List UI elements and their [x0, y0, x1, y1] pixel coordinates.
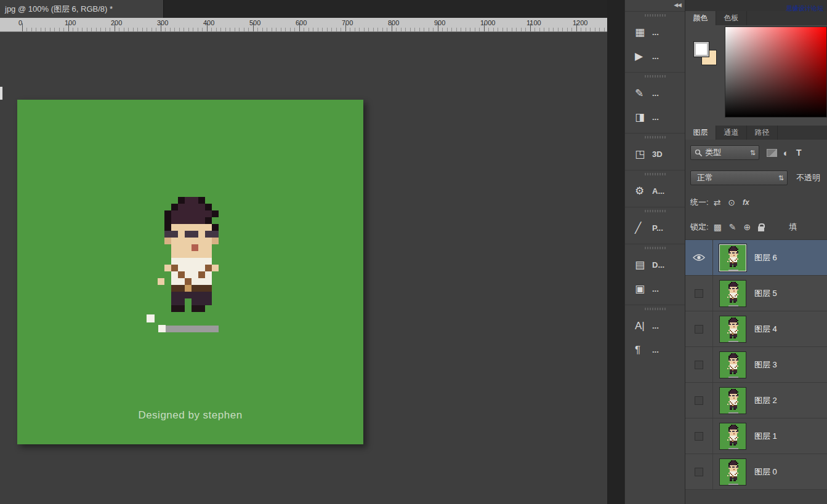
- adjustment-layer-filter-icon[interactable]: ◐: [783, 148, 789, 158]
- foreground-color-swatch[interactable]: [693, 41, 709, 57]
- panel-button-label: A...: [652, 186, 664, 196]
- visibility-toggle[interactable]: [685, 311, 713, 346]
- tab-色板[interactable]: 色板: [716, 11, 747, 25]
- unify-row: 统一: ⇄ ⊙ fx: [685, 190, 827, 215]
- layer-thumbnail[interactable]: [719, 423, 746, 450]
- tab-通道[interactable]: 通道: [716, 126, 747, 140]
- actions-icon: ▶: [635, 50, 652, 63]
- histogram-icon: ▦: [635, 26, 652, 39]
- panel-button-label: ...: [652, 345, 659, 354]
- image-canvas[interactable]: Designed by stephen: [17, 100, 363, 444]
- layer-name: 图层 5: [754, 288, 777, 299]
- lock-move-icon[interactable]: ⊕: [744, 222, 751, 232]
- collapsed-panels-strip: ◀◀ ▦...▶...✎...◨...◳3D⚙A...╱P...▤D...▣..…: [624, 0, 685, 504]
- layer-thumbnail[interactable]: [719, 458, 746, 486]
- visibility-toggle[interactable]: [685, 276, 713, 311]
- visibility-eye-icon[interactable]: [685, 240, 713, 275]
- type-layer-filter-icon[interactable]: T: [796, 148, 802, 158]
- layer-name: 图层 2: [754, 395, 777, 406]
- clone-icon: ◨: [635, 111, 652, 124]
- unify-visibility-icon[interactable]: ⊙: [728, 198, 735, 207]
- ruler-label: 900: [434, 19, 445, 26]
- unify-position-icon[interactable]: ⇄: [714, 198, 721, 207]
- panel-button-adjust[interactable]: ⚙A...: [625, 179, 685, 203]
- panel-group-grip[interactable]: [645, 210, 666, 212]
- layer-row[interactable]: 图层 3: [685, 347, 827, 383]
- panel-button-character[interactable]: A|...: [625, 314, 685, 338]
- panel-button-comps[interactable]: ▣...: [625, 277, 685, 301]
- layer-row[interactable]: 图层 2: [685, 383, 827, 418]
- pixel-layer-filter-icon[interactable]: [767, 149, 777, 157]
- adjust-icon: ⚙: [635, 185, 652, 198]
- layer-row[interactable]: 图层 5: [685, 276, 827, 311]
- layer-thumbnail[interactable]: [719, 387, 746, 414]
- layer-thumbnail[interactable]: [719, 316, 746, 343]
- layer-row[interactable]: 图层 0: [685, 454, 827, 490]
- layer-name: 图层 3: [754, 359, 777, 370]
- panel-button-label: D...: [652, 260, 664, 270]
- tab-路径[interactable]: 路径: [747, 126, 778, 140]
- panel-group-grip[interactable]: [645, 247, 666, 249]
- layer-name: 图层 1: [754, 431, 777, 442]
- lock-transparency-icon[interactable]: ▩: [714, 222, 722, 232]
- lock-paint-icon[interactable]: ✎: [729, 222, 736, 232]
- visibility-toggle[interactable]: [685, 347, 713, 382]
- unify-label: 统一:: [690, 197, 709, 208]
- layers-panel-tabs: 图层通道路径: [685, 126, 827, 140]
- ruler-label: 100: [65, 19, 76, 26]
- layer-row[interactable]: 图层 4: [685, 311, 827, 347]
- layer-thumbnail[interactable]: [719, 280, 746, 307]
- ruler-position-marker: [0, 87, 2, 100]
- ruler-label: 1000: [480, 19, 495, 26]
- pixel-character: [158, 197, 225, 332]
- ruler[interactable]: 0100200300400500600700800900100011001200: [0, 18, 607, 32]
- panel-button-3d[interactable]: ◳3D: [625, 142, 685, 166]
- opacity-label: 不透明: [796, 172, 820, 183]
- panel-button-paths[interactable]: ╱P...: [625, 216, 685, 240]
- paragraph-icon: ¶: [635, 344, 652, 356]
- panel-button-clone[interactable]: ◨...: [625, 105, 685, 129]
- layer-row[interactable]: 图层 6: [685, 240, 827, 276]
- visibility-toggle[interactable]: [685, 383, 713, 418]
- panel-group-grip[interactable]: [645, 14, 666, 17]
- panel-group-grip[interactable]: [645, 173, 666, 175]
- layer-name: 图层 6: [754, 252, 777, 263]
- blend-mode-value: 正常: [695, 172, 778, 183]
- filter-type-label: 类型: [703, 147, 750, 158]
- panel-group-grip[interactable]: [645, 136, 666, 138]
- ruler-label: 500: [249, 19, 260, 26]
- lock-all-icon[interactable]: [758, 226, 764, 231]
- comps-icon: ▣: [635, 282, 652, 295]
- layer-row[interactable]: 图层 1: [685, 418, 827, 454]
- blend-mode-row: 正常 ⇅ 不透明: [685, 166, 827, 190]
- panel-button-duplicate[interactable]: ▤D...: [625, 253, 685, 277]
- layer-filter-dropdown[interactable]: 类型 ⇅: [690, 145, 759, 160]
- panel-group-grip[interactable]: [645, 75, 666, 78]
- layer-thumbnail[interactable]: [719, 244, 746, 271]
- tool-strip-groups: ▦...▶...✎...◨...◳3D⚙A...╱P...▤D...▣...A|…: [625, 11, 685, 366]
- visibility-toggle[interactable]: [685, 418, 713, 454]
- ruler-label: 400: [203, 19, 214, 26]
- photoshop-window: jpg @ 100% (图层 6, RGB/8) * 0100200300400…: [0, 0, 827, 504]
- panel-group-grip[interactable]: [645, 308, 666, 310]
- ruler-label: 0: [18, 19, 22, 26]
- panel-button-brush[interactable]: ✎...: [625, 81, 685, 105]
- ruler-label: 700: [342, 19, 353, 26]
- layer-thumbnail[interactable]: [719, 351, 746, 378]
- panel-button-label: ...: [652, 284, 659, 294]
- visibility-toggle[interactable]: [685, 454, 713, 489]
- panel-button-label: P...: [652, 223, 663, 233]
- unify-effects-icon[interactable]: fx: [743, 198, 749, 207]
- layers-list: 图层 6图层 5图层 4图层 3图层 2图层 1图层 0: [685, 239, 827, 490]
- panel-button-paragraph[interactable]: ¶...: [625, 338, 685, 362]
- collapse-panels-icon[interactable]: ◀◀: [625, 0, 685, 11]
- tab-图层[interactable]: 图层: [685, 126, 716, 140]
- right-panel-column: 思缘设计论坛 颜色色板 图层通道路径 类型 ⇅ ◐: [685, 0, 827, 504]
- tab-颜色[interactable]: 颜色: [685, 11, 716, 25]
- panel-button-histogram[interactable]: ▦...: [625, 20, 685, 44]
- panel-button-actions[interactable]: ▶...: [625, 44, 685, 68]
- ruler-label: 600: [296, 19, 307, 26]
- color-saturation-picker[interactable]: [725, 26, 827, 118]
- document-tab[interactable]: jpg @ 100% (图层 6, RGB/8) *: [0, 0, 164, 18]
- blend-mode-dropdown[interactable]: 正常 ⇅: [690, 170, 788, 185]
